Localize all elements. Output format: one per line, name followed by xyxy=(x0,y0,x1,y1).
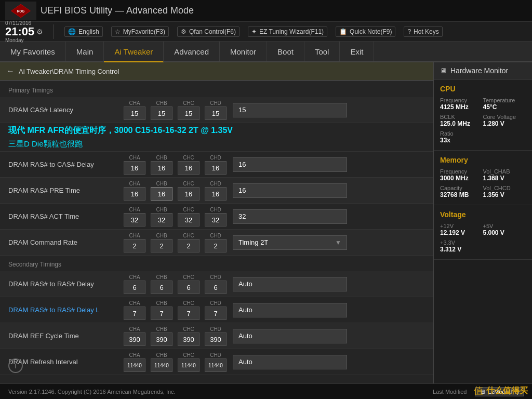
annotation-line1: 现代 MFR AFR的便宜时序，3000 C15-16-16-32 2T @ 1… xyxy=(0,123,433,138)
volt-33v-row: +3.3V 3.312 V xyxy=(440,240,526,253)
mem-capacity-pair: Capacity 32768 MB xyxy=(440,185,483,198)
cpu-freq-temp-row: Frequency 4125 MHz Temperature 45°C xyxy=(440,97,526,111)
fan-icon: ⚙ xyxy=(181,28,187,35)
timing-row-refresh-interval: DRAM Refresh Interval CHA 11440 CHB 1144… xyxy=(0,349,433,375)
cr-dropdown[interactable]: Timing 2T ▼ xyxy=(233,235,347,250)
mem-vol-chab-pair: Vol_CHAB 1.368 V xyxy=(483,168,526,182)
nav-main[interactable]: Main xyxy=(66,42,104,61)
watermark-area: 值 什么值得买 xyxy=(474,384,528,397)
cas-latency-label: DRAM CAS# Latency xyxy=(8,106,123,114)
ras-act-channels: CHA 32 CHB 32 CHC 32 CHD 32 xyxy=(123,207,228,227)
nav-tool[interactable]: Tool xyxy=(304,42,340,61)
cpu-section: CPU Frequency 4125 MHz Temperature 45°C … xyxy=(434,79,532,151)
rct-chc-box: CHC 390 xyxy=(177,326,201,346)
ri-cha-box: CHA 11440 xyxy=(123,352,147,372)
dropdown-arrow-icon: ▼ xyxy=(335,239,341,246)
ri-value-display[interactable]: Auto xyxy=(233,355,347,369)
volt-12v-pair: +12V 12.192 V xyxy=(440,223,483,236)
bios-title: UEFI BIOS Utility — Advanced Mode xyxy=(41,5,194,16)
nav-my-favorites[interactable]: My Favorites xyxy=(0,42,66,61)
logo-image: ROG xyxy=(5,2,36,20)
rct-channels: CHA 390 CHB 390 CHC 390 CHD 390 xyxy=(123,326,228,346)
breadcrumb: ← Ai Tweaker\DRAM Timing Control xyxy=(0,62,433,81)
nav-monitor[interactable]: Monitor xyxy=(220,42,267,61)
version-text: Version 2.17.1246. Copyright (C) 2016 Am… xyxy=(8,389,176,395)
cas-chc-box: CHC 15 xyxy=(177,100,201,120)
ra-chd-box: CHD 32 xyxy=(204,207,228,227)
nav-ai-tweaker[interactable]: Ai Tweaker xyxy=(104,42,164,62)
ra-value-display[interactable]: 32 xyxy=(233,209,347,224)
ras-to-ras-l-label: DRAM RAS# to RAS# Delay L xyxy=(8,306,123,314)
language-selector[interactable]: 🌐 English xyxy=(64,26,102,37)
ri-chc-box: CHC 11440 xyxy=(177,352,201,372)
quick-note-button[interactable]: 📋 Quick Note(F9) xyxy=(336,26,395,37)
info-icon[interactable]: i xyxy=(8,358,23,373)
cpu-frequency-pair: Frequency 4125 MHz xyxy=(440,97,483,111)
rtc-cha-box: CHA 16 xyxy=(123,155,147,175)
memory-section-title: Memory xyxy=(440,156,526,164)
volt-5v-pair: +5V 5.000 V xyxy=(483,223,526,236)
rtc-chb-box: CHB 16 xyxy=(150,155,174,175)
rtrl-chc-box: CHC 7 xyxy=(177,300,201,320)
rct-cha-box: CHA 390 xyxy=(123,326,147,346)
myfavorite-button[interactable]: ☆ MyFavorite(F3) xyxy=(111,26,169,37)
rtrl-chb-box: CHB 7 xyxy=(150,300,174,320)
ri-chd-box: CHD 11440 xyxy=(204,352,228,372)
hot-keys-button[interactable]: ? Hot Keys xyxy=(404,26,442,37)
asus-logo: ROG xyxy=(10,3,31,19)
rtrl-channels: CHA 7 CHB 7 CHC 7 CHD 7 xyxy=(123,300,228,320)
cas-latency-channels: CHA 15 CHB 15 CHC 15 CHD 15 xyxy=(123,100,228,120)
rtrl-value-display[interactable]: Auto xyxy=(233,303,347,317)
note-icon: 📋 xyxy=(339,28,347,35)
wand-icon: ✦ xyxy=(251,28,257,35)
rp-chc-box: CHC 16 xyxy=(177,181,201,201)
ras-to-cas-channels: CHA 16 CHB 16 CHC 16 CHD 16 xyxy=(123,155,228,175)
ra-cha-box: CHA 32 xyxy=(123,207,147,227)
refresh-interval-label: DRAM Refresh Interval xyxy=(8,358,123,366)
timing-row-ref-cycle: DRAM REF Cycle Time CHA 390 CHB 390 CHC … xyxy=(0,323,433,349)
cpu-core-voltage-pair: Core Voltage 1.280 V xyxy=(483,114,526,127)
volt-12v-5v-row: +12V 12.192 V +5V 5.000 V xyxy=(440,223,526,236)
timing-row-ras-to-ras-l: DRAM RAS# to RAS# Delay L CHA 7 CHB 7 CH… xyxy=(0,297,433,323)
primary-timings-label: Primary Timings xyxy=(0,85,433,96)
nav-boot[interactable]: Boot xyxy=(267,42,304,61)
settings-gear-icon[interactable]: ⚙ xyxy=(36,28,43,36)
rtc-chc-box: CHC 16 xyxy=(177,155,201,175)
rp-value-display[interactable]: 16 xyxy=(233,183,347,198)
hardware-monitor-panel: 🖥 Hardware Monitor CPU Frequency 4125 MH… xyxy=(433,62,532,383)
ras-to-ras-label: DRAM RAS# to RAS# Delay xyxy=(8,280,123,288)
cpu-ratio-pair: Ratio 33x xyxy=(440,130,526,144)
timing-row-ras-to-ras: DRAM RAS# to RAS# Delay CHA 6 CHB 6 CHC … xyxy=(0,271,433,297)
ras-act-label: DRAM RAS# ACT Time xyxy=(8,212,123,220)
rtr-value-display[interactable]: Auto xyxy=(233,277,347,291)
mem-freq-volchab-row: Frequency 3000 MHz Vol_CHAB 1.368 V xyxy=(440,168,526,182)
ra-chb-box: CHB 32 xyxy=(150,207,174,227)
bios-header: ROG UEFI BIOS Utility — Advanced Mode xyxy=(0,0,532,22)
rtr-channels: CHA 6 CHB 6 CHC 6 CHD 6 xyxy=(123,274,228,294)
cpu-bclk-voltage-row: BCLK 125.0 MHz Core Voltage 1.280 V xyxy=(440,114,526,127)
rtc-value-display[interactable]: 16 xyxy=(233,157,347,172)
cpu-temperature-pair: Temperature 45°C xyxy=(483,97,526,111)
cas-value-display[interactable]: 15 xyxy=(233,103,347,117)
cr-chd-box: CHD 2 xyxy=(204,233,228,252)
nav-advanced[interactable]: Advanced xyxy=(164,42,220,61)
breadcrumb-path: Ai Tweaker\DRAM Timing Control xyxy=(19,68,119,75)
ras-pre-label: DRAM RAS# PRE Time xyxy=(8,187,123,194)
rtrl-cha-box: CHA 7 xyxy=(123,300,147,320)
rtr-chd-box: CHD 6 xyxy=(204,274,228,294)
ras-to-cas-label: DRAM RAS# to CAS# Delay xyxy=(8,161,123,168)
timebar: 07/11/2016 21:05 ⚙ Monday 🌐 English ☆ My… xyxy=(0,22,532,42)
rtr-cha-box: CHA 6 xyxy=(123,274,147,294)
star-icon: ☆ xyxy=(115,28,121,35)
rtrl-chd-box: CHD 7 xyxy=(204,300,228,320)
ez-tuning-button[interactable]: ✦ EZ Tuning Wizard(F11) xyxy=(248,26,327,37)
timing-row-ras-to-cas: DRAM RAS# to CAS# Delay CHA 16 CHB 16 CH… xyxy=(0,152,433,178)
memory-section: Memory Frequency 3000 MHz Vol_CHAB 1.368… xyxy=(434,151,532,205)
command-rate-label: DRAM Command Rate xyxy=(8,238,123,246)
qfan-button[interactable]: ⚙ Qfan Control(F6) xyxy=(177,26,240,37)
back-arrow-icon[interactable]: ← xyxy=(6,66,15,76)
hotkeys-icon: ? xyxy=(407,28,411,35)
rct-value-display[interactable]: Auto xyxy=(233,329,347,343)
nav-exit[interactable]: Exit xyxy=(340,42,374,61)
watermark-icon: 值 xyxy=(474,384,483,397)
